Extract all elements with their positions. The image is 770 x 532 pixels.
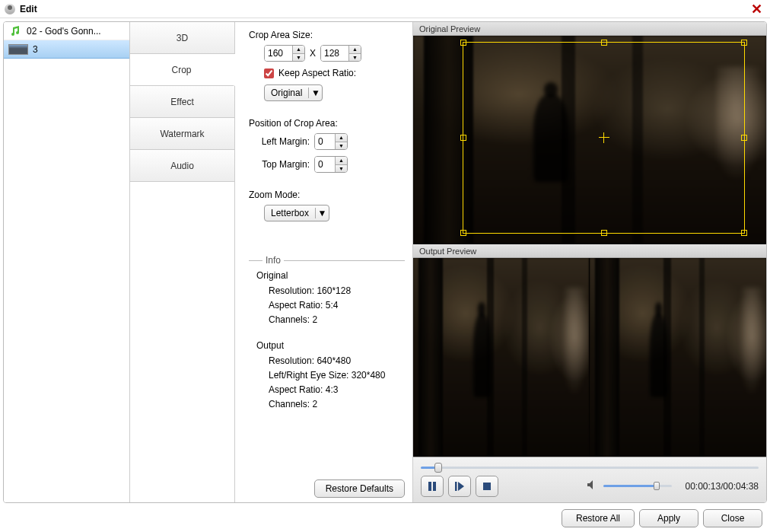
- crop-width-input[interactable]: [265, 46, 292, 61]
- info-header-label: Info: [266, 255, 281, 266]
- tab-crop[interactable]: Crop: [130, 54, 235, 86]
- zoom-mode-select[interactable]: Letterbox ▼: [264, 205, 329, 221]
- keep-aspect-ratio-checkbox[interactable]: [264, 68, 274, 78]
- crop-height-stepper[interactable]: ▲▼: [320, 45, 361, 62]
- top-margin-label: Top Margin:: [249, 159, 310, 170]
- zoom-mode-value: Letterbox: [271, 208, 309, 218]
- left-margin-label: Left Margin:: [249, 136, 310, 147]
- crop-handle[interactable]: [460, 230, 466, 236]
- stepper-up-icon[interactable]: ▲: [336, 134, 347, 142]
- file-list-label: 02 - God's Gonn...: [27, 26, 125, 37]
- tab-audio[interactable]: Audio: [130, 150, 234, 182]
- keep-aspect-ratio-label: Keep Aspect Ratio:: [278, 68, 356, 78]
- close-icon[interactable]: ✕: [748, 1, 765, 18]
- volume-thumb[interactable]: [654, 482, 660, 490]
- zoom-mode-label: Zoom Mode:: [249, 190, 405, 200]
- top-margin-stepper[interactable]: ▲▼: [314, 156, 348, 173]
- info-output-resolution: Resolution: 640*480: [269, 354, 405, 368]
- player-controls: 00:00:13/00:04:38: [413, 457, 766, 502]
- stepper-down-icon[interactable]: ▼: [293, 54, 304, 62]
- stop-button[interactable]: [476, 476, 498, 497]
- tab-column: 3D Crop Effect Watermark Audio: [130, 22, 235, 502]
- seek-bar[interactable]: [421, 462, 759, 473]
- info-original-channels: Channels: 2: [269, 313, 405, 327]
- settings-panel: Crop Area Size: ▲▼ X ▲▼ Keep Aspect Rati…: [235, 22, 413, 502]
- apply-button[interactable]: Apply: [639, 509, 698, 527]
- file-list: 02 - God's Gonn... 3: [4, 22, 130, 502]
- aspect-ratio-select[interactable]: Original ▼: [264, 84, 323, 101]
- tab-3d[interactable]: 3D: [130, 22, 234, 54]
- pause-button[interactable]: [421, 476, 444, 497]
- svg-rect-1: [433, 482, 436, 491]
- crop-area-size-label: Crop Area Size:: [249, 30, 405, 40]
- svg-rect-0: [428, 482, 431, 491]
- stepper-up-icon[interactable]: ▲: [349, 46, 361, 54]
- stepper-down-icon[interactable]: ▼: [336, 165, 347, 173]
- footer: Restore All Apply Close: [0, 506, 770, 532]
- original-preview[interactable]: [413, 36, 766, 244]
- play-button[interactable]: [448, 476, 471, 497]
- tab-effect[interactable]: Effect: [130, 86, 234, 118]
- aspect-ratio-value: Original: [271, 88, 302, 98]
- info-original-resolution: Resolution: 160*128: [269, 284, 405, 298]
- crop-handle[interactable]: [741, 230, 747, 236]
- left-margin-input[interactable]: [315, 134, 335, 149]
- playback-time: 00:00:13/00:04:38: [686, 481, 759, 492]
- info-output-title: Output: [256, 340, 405, 351]
- crosshair-icon: [599, 132, 609, 143]
- crop-handle[interactable]: [460, 135, 466, 141]
- crop-handle[interactable]: [741, 135, 747, 141]
- info-output-eyesize: Left/Right Eye Size: 320*480: [269, 368, 405, 383]
- stepper-up-icon[interactable]: ▲: [293, 46, 304, 54]
- stepper-down-icon[interactable]: ▼: [349, 54, 361, 62]
- volume-slider[interactable]: [603, 485, 672, 487]
- output-preview: [413, 258, 766, 457]
- info-original-aspect: Aspect Ratio: 5:4: [269, 298, 405, 313]
- crop-rectangle[interactable]: [463, 42, 745, 234]
- left-margin-stepper[interactable]: ▲▼: [314, 133, 348, 150]
- svg-marker-3: [458, 482, 464, 491]
- info-section: Info Original Resolution: 160*128 Aspect…: [249, 255, 405, 412]
- info-original-title: Original: [256, 270, 405, 281]
- crop-handle[interactable]: [601, 40, 607, 46]
- chevron-down-icon: ▼: [315, 208, 326, 218]
- crop-width-stepper[interactable]: ▲▼: [264, 45, 305, 62]
- info-output-aspect: Aspect Ratio: 4:3: [269, 383, 405, 397]
- file-list-item[interactable]: 02 - God's Gonn...: [4, 22, 129, 40]
- info-output-channels: Channels: 2: [269, 397, 405, 412]
- main-panel: 02 - God's Gonn... 3 3D Crop Effect Wate…: [3, 21, 767, 503]
- file-list-item[interactable]: 3: [4, 40, 129, 59]
- window-title: Edit: [20, 4, 37, 14]
- position-label: Position of Crop Area:: [249, 118, 405, 129]
- preview-panel: Original Preview Outpu: [413, 22, 766, 502]
- svg-rect-2: [455, 482, 457, 491]
- titlebar: Edit ✕: [0, 0, 770, 18]
- svg-marker-5: [587, 480, 593, 489]
- close-button[interactable]: Close: [703, 509, 762, 527]
- music-note-icon: [8, 26, 22, 37]
- stepper-up-icon[interactable]: ▲: [336, 157, 347, 165]
- file-list-label: 3: [33, 44, 125, 55]
- top-margin-input[interactable]: [315, 157, 335, 172]
- crop-handle[interactable]: [460, 40, 466, 46]
- crop-handle[interactable]: [741, 40, 747, 46]
- tab-watermark[interactable]: Watermark: [130, 118, 234, 150]
- x-separator: X: [310, 48, 316, 59]
- crop-handle[interactable]: [601, 230, 607, 236]
- restore-defaults-button[interactable]: Restore Defaults: [314, 479, 405, 498]
- output-preview-header: Output Preview: [413, 244, 766, 258]
- thumbnail-icon: [8, 44, 28, 55]
- chevron-down-icon: ▼: [308, 88, 319, 98]
- app-icon: [5, 4, 15, 14]
- stepper-down-icon[interactable]: ▼: [336, 142, 347, 150]
- restore-all-button[interactable]: Restore All: [562, 509, 635, 527]
- original-preview-header: Original Preview: [413, 22, 766, 36]
- crop-height-input[interactable]: [321, 46, 348, 61]
- svg-rect-4: [483, 483, 491, 490]
- volume-icon[interactable]: [587, 479, 599, 492]
- seek-thumb[interactable]: [434, 463, 442, 473]
- edit-window: Edit ✕ 02 - God's Gonn... 3 3D Crop Effe…: [0, 0, 770, 532]
